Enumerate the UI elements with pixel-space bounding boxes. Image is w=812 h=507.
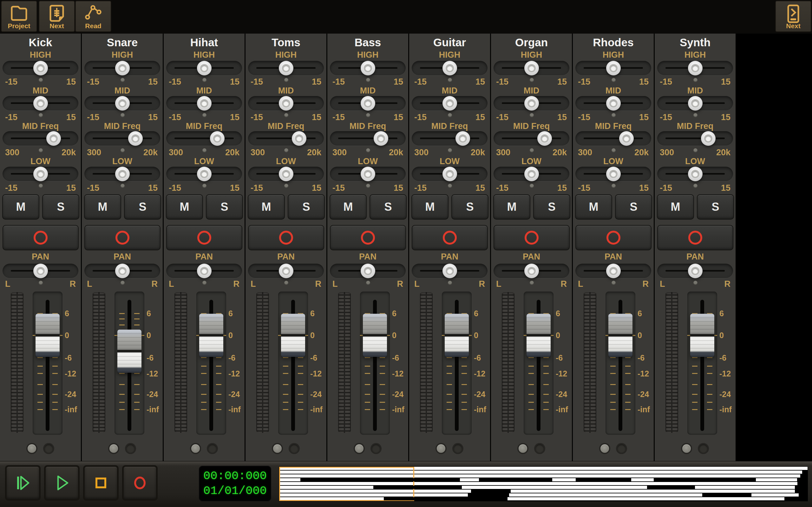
eq-mid-slider[interactable]: [494, 96, 569, 111]
eq-midfreq-slider[interactable]: [330, 131, 406, 146]
pan-slider[interactable]: [494, 264, 569, 278]
solo-button[interactable]: S: [697, 194, 734, 220]
eq-low-slider[interactable]: [3, 167, 78, 181]
record-arm-button[interactable]: [330, 225, 406, 250]
pan-knob[interactable]: [33, 264, 48, 278]
eq-mid-knob[interactable]: [524, 96, 539, 111]
eq-midfreq-slider[interactable]: [575, 131, 651, 146]
eq-low-slider[interactable]: [412, 167, 488, 181]
eq-low-knob[interactable]: [688, 167, 703, 181]
eq-midfreq-knob[interactable]: [210, 131, 224, 146]
eq-low-knob[interactable]: [606, 167, 621, 181]
eq-low-knob[interactable]: [33, 167, 48, 181]
eq-mid-knob[interactable]: [279, 96, 293, 111]
eq-midfreq-slider[interactable]: [657, 131, 733, 146]
eq-low-slider[interactable]: [248, 167, 324, 181]
solo-button[interactable]: S: [288, 194, 325, 220]
next-screen-button[interactable]: Next: [775, 1, 811, 32]
eq-mid-knob[interactable]: [606, 96, 621, 111]
mute-button[interactable]: M: [2, 194, 39, 220]
fader-cap[interactable]: [281, 314, 305, 357]
pan-knob[interactable]: [688, 264, 703, 278]
eq-low-slider[interactable]: [575, 167, 651, 181]
eq-high-knob[interactable]: [688, 61, 703, 75]
fader-cap[interactable]: [36, 314, 60, 357]
pan-slider[interactable]: [575, 264, 651, 278]
pan-slider[interactable]: [84, 264, 160, 278]
pan-slider[interactable]: [166, 264, 242, 278]
eq-midfreq-knob[interactable]: [128, 131, 143, 146]
eq-low-slider[interactable]: [166, 167, 242, 181]
eq-mid-slider[interactable]: [166, 96, 242, 111]
eq-mid-knob[interactable]: [33, 96, 48, 111]
eq-low-knob[interactable]: [361, 167, 375, 181]
eq-high-knob[interactable]: [524, 61, 539, 75]
pan-knob[interactable]: [197, 264, 212, 278]
mute-button[interactable]: M: [329, 194, 367, 220]
eq-midfreq-knob[interactable]: [46, 131, 61, 146]
eq-midfreq-knob[interactable]: [619, 131, 634, 146]
eq-high-slider[interactable]: [248, 61, 324, 75]
eq-high-slider[interactable]: [412, 61, 488, 75]
mute-button[interactable]: M: [84, 194, 121, 220]
fader-cap[interactable]: [526, 314, 551, 357]
eq-high-slider[interactable]: [166, 61, 242, 75]
eq-low-slider[interactable]: [657, 167, 733, 181]
eq-mid-slider[interactable]: [330, 96, 406, 111]
fader-cap[interactable]: [199, 314, 223, 357]
pan-knob[interactable]: [361, 264, 375, 278]
pan-knob[interactable]: [606, 264, 621, 278]
fader-cap[interactable]: [608, 314, 632, 357]
eq-high-slider[interactable]: [330, 61, 406, 75]
fader-cap[interactable]: [363, 314, 387, 357]
project-button[interactable]: Project: [1, 1, 37, 32]
solo-button[interactable]: S: [369, 194, 407, 220]
eq-mid-knob[interactable]: [197, 96, 212, 111]
pan-slider[interactable]: [330, 264, 406, 278]
solo-button[interactable]: S: [451, 194, 489, 220]
eq-midfreq-knob[interactable]: [455, 131, 470, 146]
play-from-start-button[interactable]: [5, 465, 41, 501]
eq-high-knob[interactable]: [361, 61, 375, 75]
solo-button[interactable]: S: [615, 194, 652, 220]
next-preset-button[interactable]: Next: [39, 1, 75, 32]
eq-mid-slider[interactable]: [412, 96, 488, 111]
eq-midfreq-slider[interactable]: [84, 131, 160, 146]
record-arm-button[interactable]: [494, 225, 570, 250]
eq-high-knob[interactable]: [115, 61, 130, 75]
mute-button[interactable]: M: [575, 194, 612, 220]
eq-low-slider[interactable]: [330, 167, 406, 181]
eq-high-slider[interactable]: [84, 61, 160, 75]
mute-button[interactable]: M: [248, 194, 285, 220]
pan-slider[interactable]: [248, 264, 324, 278]
eq-low-knob[interactable]: [443, 167, 457, 181]
eq-midfreq-slider[interactable]: [248, 131, 324, 146]
solo-button[interactable]: S: [124, 194, 161, 220]
eq-high-slider[interactable]: [575, 61, 651, 75]
eq-mid-knob[interactable]: [361, 96, 375, 111]
pan-slider[interactable]: [412, 264, 488, 278]
record-arm-button[interactable]: [412, 225, 488, 250]
record-arm-button[interactable]: [575, 225, 652, 250]
play-button[interactable]: [44, 465, 80, 501]
solo-button[interactable]: S: [206, 194, 243, 220]
eq-midfreq-slider[interactable]: [166, 131, 242, 146]
solo-button[interactable]: S: [533, 194, 570, 220]
eq-low-knob[interactable]: [279, 167, 293, 181]
eq-midfreq-slider[interactable]: [494, 131, 569, 146]
eq-midfreq-knob[interactable]: [537, 131, 552, 146]
mute-button[interactable]: M: [657, 194, 694, 220]
eq-mid-slider[interactable]: [575, 96, 651, 111]
eq-low-knob[interactable]: [115, 167, 130, 181]
fader-cap[interactable]: [690, 314, 714, 357]
record-arm-button[interactable]: [248, 225, 324, 250]
pan-slider[interactable]: [3, 264, 78, 278]
mute-button[interactable]: M: [411, 194, 449, 220]
fader-cap[interactable]: [445, 314, 469, 357]
mute-button[interactable]: M: [166, 194, 203, 220]
eq-low-knob[interactable]: [524, 167, 539, 181]
eq-high-slider[interactable]: [494, 61, 569, 75]
eq-mid-knob[interactable]: [443, 96, 457, 111]
record-arm-button[interactable]: [3, 225, 79, 250]
record-arm-button[interactable]: [166, 225, 242, 250]
